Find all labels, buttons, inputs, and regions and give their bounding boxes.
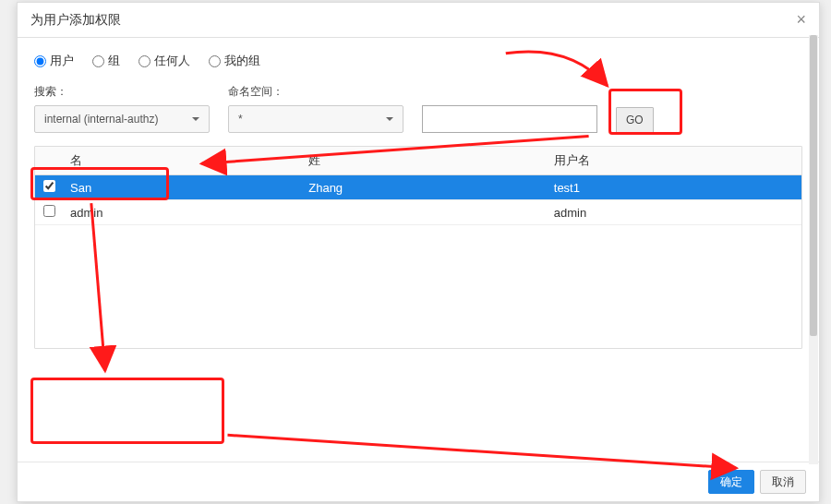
radio-user-label: 用户	[50, 53, 74, 69]
modal-body: 用户 组 任何人 我的组 搜索： internal (internal-auth…	[18, 38, 819, 462]
table-row[interactable]: admin admin	[35, 200, 801, 225]
type-radio-group: 用户 组 任何人 我的组	[34, 53, 802, 69]
radio-user-input[interactable]	[34, 55, 46, 67]
radio-group[interactable]: 组	[92, 53, 120, 69]
col-check	[35, 147, 63, 175]
modal-footer: 确定 取消	[18, 462, 819, 501]
cell-last: Zhang	[301, 175, 547, 200]
search-select-value: internal (internal-authz)	[44, 113, 158, 126]
cell-first: admin	[63, 200, 301, 225]
permissions-modal: 为用户添加权限 × 用户 组 任何人 我的组 搜索：	[17, 2, 820, 502]
cell-username: admin	[547, 200, 801, 225]
namespace-select[interactable]: *	[228, 105, 403, 133]
scrollbar[interactable]	[809, 35, 818, 464]
cell-username: test1	[547, 175, 801, 200]
radio-anyone-label: 任何人	[154, 53, 190, 69]
table-row[interactable]: San Zhang test1	[35, 175, 801, 200]
search-select[interactable]: internal (internal-authz)	[34, 105, 210, 133]
scrollbar-thumb[interactable]	[810, 35, 817, 336]
close-icon[interactable]: ×	[796, 10, 806, 30]
radio-mygroup-label: 我的组	[224, 53, 260, 69]
namespace-label: 命名空间：	[228, 84, 403, 100]
radio-anyone[interactable]: 任何人	[138, 53, 190, 69]
radio-mygroup[interactable]: 我的组	[209, 53, 260, 69]
go-button[interactable]: GO	[616, 107, 654, 133]
radio-user[interactable]: 用户	[34, 53, 74, 69]
search-label: 搜索：	[34, 84, 210, 100]
namespace-filter: 命名空间： *	[228, 84, 403, 133]
modal-title: 为用户添加权限	[30, 12, 121, 29]
search-input[interactable]	[422, 105, 597, 133]
filter-row: 搜索： internal (internal-authz) 命名空间： * GO	[34, 84, 802, 133]
cell-first: San	[63, 175, 301, 200]
cell-last	[301, 200, 547, 225]
col-username: 用户名	[547, 147, 801, 175]
row-checkbox[interactable]	[43, 205, 55, 217]
radio-mygroup-input[interactable]	[209, 55, 221, 67]
cancel-button[interactable]: 取消	[760, 470, 806, 494]
search-filter: 搜索： internal (internal-authz)	[34, 84, 210, 133]
col-first: 名	[63, 147, 301, 175]
row-checkbox[interactable]	[43, 180, 55, 192]
users-table: 名 姓 用户名 San Zhang test1 admin	[35, 147, 801, 225]
modal-header: 为用户添加权限 ×	[18, 3, 819, 38]
col-last: 姓	[301, 147, 547, 175]
radio-group-input[interactable]	[92, 55, 104, 67]
namespace-select-value: *	[238, 113, 243, 126]
radio-group-label: 组	[108, 53, 120, 69]
table-header-row: 名 姓 用户名	[35, 147, 801, 175]
radio-anyone-input[interactable]	[138, 55, 151, 67]
users-table-wrap: 名 姓 用户名 San Zhang test1 admin	[34, 146, 802, 349]
ok-button[interactable]: 确定	[708, 470, 754, 494]
